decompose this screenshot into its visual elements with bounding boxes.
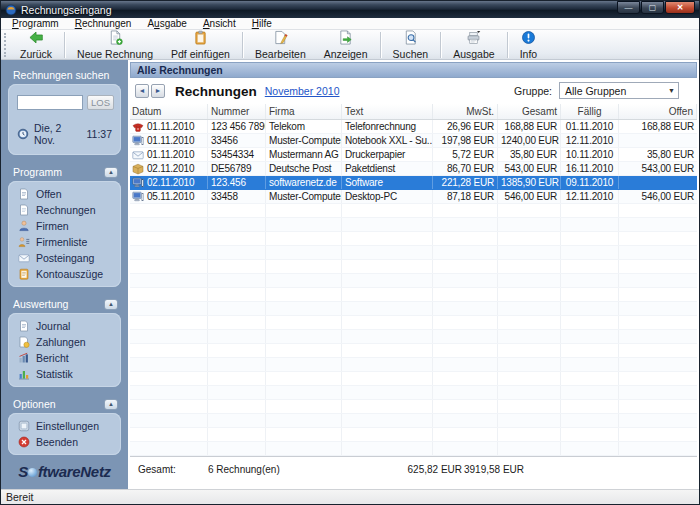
- info-button[interactable]: Info: [511, 31, 547, 59]
- show-button[interactable]: Anzeigen: [315, 31, 377, 59]
- phone-icon: [132, 121, 144, 133]
- column-header-datum[interactable]: Datum: [130, 104, 208, 119]
- chevron-down-icon: ▼: [668, 87, 675, 94]
- person-list-icon: [18, 236, 30, 248]
- table-empty-row: [130, 218, 697, 232]
- table-empty-row: [130, 358, 697, 372]
- previous-month-button[interactable]: ◄: [135, 84, 149, 98]
- column-header-nummer[interactable]: Nummer: [208, 104, 266, 119]
- table-empty-row: [130, 204, 697, 218]
- main-panel: Alle Rechnungen ◄ ► Rechnungen November …: [128, 60, 699, 489]
- table-row[interactable]: 02.11.2010 DE56789 Deutsche Post Paketdi…: [130, 162, 697, 176]
- sidebar-item-offen[interactable]: Offen: [8, 186, 121, 202]
- collapse-auswertung-button[interactable]: ▲: [104, 299, 118, 310]
- toolbar-separator: [440, 32, 441, 58]
- sidebar-item-einstellungen[interactable]: Einstellungen: [8, 418, 121, 434]
- back-button[interactable]: Zurück: [11, 31, 61, 59]
- clock-row: Die, 2 Nov. 11:37: [8, 112, 121, 150]
- column-header-firma[interactable]: Firma: [266, 104, 342, 119]
- payments-icon: [18, 336, 30, 348]
- sidebar-item-firmen[interactable]: Firmen: [8, 218, 121, 234]
- programm-panel: Offen Rechnungen Firmen Firmenliste Post…: [8, 181, 121, 287]
- table-summary: Gesamt: 6 Rechnung(en) 625,82 EUR 3919,5…: [130, 456, 697, 487]
- sidebar-item-journal[interactable]: Journal: [8, 318, 121, 334]
- table-empty-row: [130, 428, 697, 442]
- sidebar-item-zahlungen[interactable]: Zahlungen: [8, 334, 121, 350]
- table-row-selected[interactable]: 02.11.2010 123.456 softwarenetz.de Softw…: [130, 176, 697, 190]
- column-header-offen[interactable]: Offen: [619, 104, 697, 119]
- new-document-icon: [108, 30, 123, 47]
- current-time: 11:37: [87, 128, 113, 140]
- column-header-mwst[interactable]: MwSt.: [433, 104, 498, 119]
- table-empty-row: [130, 302, 697, 316]
- table-empty-row: [130, 344, 697, 358]
- mail-icon: [18, 252, 30, 264]
- person-icon: [18, 220, 30, 232]
- search-go-button[interactable]: LOS: [87, 95, 114, 110]
- settings-icon: [18, 420, 30, 432]
- collapse-programm-button[interactable]: ▲: [104, 167, 118, 178]
- output-button[interactable]: Ausgabe: [444, 31, 503, 59]
- computer-icon: [132, 135, 144, 147]
- table-row[interactable]: 01.11.2010 53454334 Mustermann AG Drucke…: [130, 148, 697, 162]
- table-empty-row: [130, 246, 697, 260]
- menu-hilfe[interactable]: Hilfe: [244, 18, 280, 30]
- auswertung-panel: Journal Zahlungen Bericht Statistik: [8, 313, 121, 387]
- computer-icon: [132, 177, 144, 189]
- table-empty-row: [130, 372, 697, 386]
- sidebar-item-posteingang[interactable]: Posteingang: [8, 250, 121, 266]
- table-empty-row: [130, 260, 697, 274]
- maximize-button[interactable]: ▢: [641, 1, 664, 14]
- insert-pdf-button[interactable]: Pdf einfügen: [162, 31, 239, 59]
- section-title-programm: Programm: [13, 166, 62, 178]
- search-input[interactable]: [17, 95, 83, 110]
- collapse-optionen-button[interactable]: ▲: [104, 399, 118, 410]
- toolbar-separator: [242, 32, 243, 58]
- close-button[interactable]: ✕: [665, 1, 695, 14]
- table-row[interactable]: 05.11.2010 33458 Muster-Computer Desktop…: [130, 190, 697, 204]
- sidebar-item-statistik[interactable]: Statistik: [8, 366, 121, 382]
- period-link[interactable]: November 2010: [265, 85, 340, 97]
- new-invoice-button[interactable]: Neue Rechnung: [68, 31, 162, 59]
- table-row[interactable]: 01.11.2010 33456 Muster-Computer Noteboo…: [130, 134, 697, 148]
- next-month-button[interactable]: ►: [151, 84, 165, 98]
- table-empty-row: [130, 400, 697, 414]
- column-header-text[interactable]: Text: [342, 104, 433, 119]
- invoice-table: 01.11.2010 123 456 7890 Telekom Telefonr…: [130, 120, 697, 456]
- toolbar-grip[interactable]: [4, 33, 7, 57]
- optionen-panel: Einstellungen Beenden: [8, 413, 121, 455]
- menu-ausgabe[interactable]: Ausgabe: [139, 18, 194, 30]
- computer-icon: [132, 191, 144, 203]
- edit-button[interactable]: Bearbeiten: [246, 31, 315, 59]
- section-title-auswertung: Auswertung: [13, 298, 68, 310]
- sidebar-item-beenden[interactable]: Beenden: [8, 434, 121, 450]
- summary-label: Gesamt:: [138, 464, 176, 475]
- table-empty-row: [130, 316, 697, 330]
- sidebar: Rechnungen suchen LOS Die, 2 Nov. 11:37 …: [1, 60, 128, 489]
- menu-ansicht[interactable]: Ansicht: [195, 18, 244, 30]
- softwarenetz-logo: SftwareNetz: [1, 463, 128, 480]
- sidebar-item-bericht[interactable]: Bericht: [8, 350, 121, 366]
- sidebar-item-kontoauszuege[interactable]: Kontoauszüge: [8, 266, 121, 282]
- menu-rechnungen[interactable]: Rechnungen: [67, 18, 140, 30]
- status-bar: Bereit: [1, 489, 699, 504]
- logo-globe-icon: [28, 468, 37, 477]
- toolbar-separator: [64, 32, 65, 58]
- search-button[interactable]: Suchen: [384, 31, 438, 59]
- search-document-icon: [403, 30, 418, 47]
- column-header-faellig[interactable]: Fällig: [561, 104, 619, 119]
- table-row[interactable]: 01.11.2010 123 456 7890 Telekom Telefonr…: [130, 120, 697, 134]
- minimize-button[interactable]: —: [617, 1, 640, 14]
- group-select[interactable]: Alle Gruppen ▼: [559, 82, 679, 99]
- menu-programm[interactable]: Programm: [4, 18, 67, 30]
- column-header-gesamt[interactable]: Gesamt: [498, 104, 561, 119]
- summary-gesamt-total: 3919,58 EUR: [462, 464, 524, 475]
- table-header: Datum Nummer Firma Text MwSt. Gesamt Fäl…: [130, 104, 697, 120]
- sidebar-item-firmenliste[interactable]: Firmenliste: [8, 234, 121, 250]
- view-document-icon: [338, 30, 353, 47]
- sidebar-item-rechnungen[interactable]: Rechnungen: [8, 202, 121, 218]
- current-date: Die, 2 Nov.: [34, 122, 82, 146]
- table-empty-row: [130, 274, 697, 288]
- table-empty-row: [130, 288, 697, 302]
- search-panel: LOS Die, 2 Nov. 11:37: [8, 84, 121, 155]
